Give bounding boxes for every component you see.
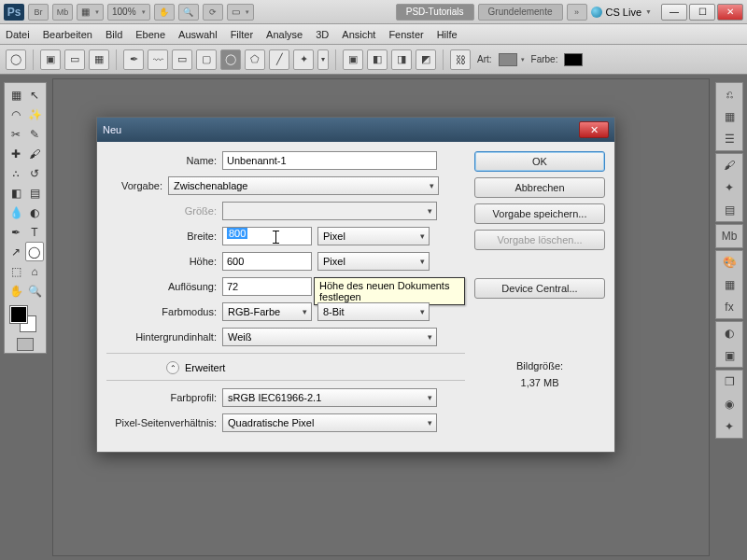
actions-panel-icon[interactable]: ▦ (721, 108, 738, 125)
dialog-close-icon[interactable]: ✕ (579, 121, 609, 138)
polygon-shape-icon[interactable]: ⬠ (245, 49, 265, 70)
workspace-tab-2[interactable]: Grundelemente (478, 4, 563, 21)
pen-icon[interactable]: ✒ (123, 49, 144, 70)
masks-panel-icon[interactable]: ▣ (721, 347, 738, 364)
fg-color-swatch[interactable] (10, 306, 27, 323)
arrange-dropdown[interactable]: ▦ (77, 4, 104, 21)
tool-preset-icon[interactable]: ◯ (6, 49, 26, 70)
rect-shape-icon[interactable]: ▭ (172, 49, 192, 70)
heal-tool-icon[interactable]: ✚ (7, 144, 25, 163)
zoom-tool-icon[interactable]: 🔍 (25, 281, 44, 301)
menu-bearbeiten[interactable]: Bearbeiten (43, 29, 92, 40)
history-brush-icon[interactable]: ↺ (25, 163, 44, 183)
styles-panel-icon[interactable]: fx (721, 299, 738, 315)
link-icon[interactable]: ⛓ (450, 49, 471, 70)
path-op4-icon[interactable]: ◩ (416, 49, 436, 70)
path-op2-icon[interactable]: ◧ (367, 49, 388, 70)
menu-3d[interactable]: 3D (316, 29, 329, 40)
color-swatch[interactable] (564, 53, 583, 66)
menu-fenster[interactable]: Fenster (388, 29, 423, 40)
breite-unit-select[interactable]: Pixel (317, 227, 430, 245)
zoom-dropdown[interactable]: 100% (107, 4, 150, 21)
dodge-tool-icon[interactable]: ◐ (25, 203, 44, 222)
screen-mode-dropdown[interactable]: ▭ (227, 4, 254, 21)
3d-camera-icon[interactable]: ⌂ (25, 261, 44, 281)
3d-tool-icon[interactable]: ⬚ (7, 261, 25, 281)
channels-panel-icon[interactable]: ◉ (721, 396, 738, 413)
abbrechen-button[interactable]: Abbrechen (474, 177, 605, 198)
hand-tool-icon[interactable]: ✋ (7, 281, 25, 301)
brush-presets-icon[interactable]: ▤ (721, 202, 738, 218)
pixelsv-select[interactable]: Quadratische Pixel (222, 413, 437, 432)
blur-tool-icon[interactable]: 💧 (7, 203, 25, 222)
vorgabe-select[interactable]: Zwischenablage (168, 176, 439, 195)
paths-icon[interactable]: ▭ (64, 49, 85, 70)
custom-shape-icon[interactable]: ✦ (293, 49, 314, 70)
hand-icon[interactable]: ✋ (154, 4, 175, 21)
shape-layers-icon[interactable]: ▣ (40, 49, 61, 70)
gradient-tool-icon[interactable]: ▤ (25, 183, 44, 203)
move-tool-icon[interactable]: ▦ (7, 85, 25, 105)
roundrect-shape-icon[interactable]: ▢ (196, 49, 217, 70)
window-maximize-icon[interactable]: ☐ (689, 4, 715, 21)
brush-panel-icon[interactable]: 🖌 (721, 157, 738, 174)
ellipse-tool-icon[interactable]: ◯ (25, 242, 44, 261)
workspace-tab-active[interactable]: PSD-Tutorials (396, 4, 474, 21)
menu-datei[interactable]: Datei (6, 29, 30, 40)
name-input[interactable] (222, 151, 437, 170)
dialog-titlebar[interactable]: Neu ✕ (97, 118, 614, 142)
menu-ebene[interactable]: Ebene (135, 29, 165, 40)
eraser-tool-icon[interactable]: ◧ (7, 183, 25, 203)
path-op1-icon[interactable]: ▣ (343, 49, 363, 70)
menu-auswahl[interactable]: Auswahl (178, 29, 218, 40)
zoom-icon[interactable]: 🔍 (178, 4, 199, 21)
vorgabe-speichern-button[interactable]: Vorgabe speichern... (474, 203, 605, 224)
menu-ansicht[interactable]: Ansicht (342, 29, 375, 40)
crop-tool-icon[interactable]: ✂ (7, 124, 25, 144)
swatches-panel-icon[interactable]: ▦ (721, 276, 738, 293)
farbmodus-select[interactable]: RGB-Farbe (222, 302, 312, 321)
bittiefe-select[interactable]: 8-Bit (317, 302, 430, 321)
breite-input[interactable]: 800 (222, 227, 312, 245)
paths-panel-icon[interactable]: ✦ (721, 418, 738, 435)
style-swatch[interactable] (499, 53, 517, 66)
adjustments-panel-icon[interactable]: ◐ (721, 325, 738, 342)
color-swatches[interactable] (7, 304, 44, 334)
ok-button[interactable]: OK (474, 151, 605, 172)
freeform-pen-icon[interactable]: 〰 (148, 49, 168, 70)
fill-pixels-icon[interactable]: ▦ (89, 49, 109, 70)
rotate-icon[interactable]: ⟳ (203, 4, 223, 21)
hoehe-unit-select[interactable]: Pixel (317, 252, 430, 271)
clone-panel-icon[interactable]: ✦ (721, 179, 738, 196)
marquee-tool-icon[interactable]: ↖ (25, 85, 44, 105)
ellipse-shape-icon[interactable]: ◯ (220, 49, 241, 70)
menu-hilfe[interactable]: Hilfe (437, 29, 458, 40)
hintergrund-select[interactable]: Weiß (222, 328, 437, 346)
menu-filter[interactable]: Filter (231, 29, 253, 40)
menu-analyse[interactable]: Analyse (266, 29, 303, 40)
mb-panel-icon[interactable]: Mb (721, 228, 738, 245)
farbprofil-select[interactable]: sRGB IEC61966-2.1 (222, 388, 437, 407)
lasso-tool-icon[interactable]: ◠ (7, 105, 25, 124)
color-panel-icon[interactable]: 🎨 (721, 254, 738, 271)
hoehe-input[interactable] (222, 252, 312, 271)
path-op3-icon[interactable]: ◨ (391, 49, 412, 70)
standard-mode-icon[interactable] (17, 338, 34, 351)
wand-tool-icon[interactable]: ✨ (25, 105, 44, 124)
pen-tool-icon[interactable]: ✒ (7, 222, 25, 242)
stamp-tool-icon[interactable]: ⛬ (7, 163, 25, 183)
eyedropper-tool-icon[interactable]: ✎ (25, 124, 44, 144)
type-tool-icon[interactable]: T (25, 222, 44, 242)
window-close-icon[interactable]: ✕ (717, 4, 743, 21)
layers-panel-icon[interactable]: ❐ (721, 373, 738, 390)
aufloesung-input[interactable] (222, 277, 312, 296)
erweitert-toggle-icon[interactable]: ⌃ (166, 361, 179, 374)
minibridge-icon[interactable]: Mb (52, 4, 73, 21)
device-central-button[interactable]: Device Central... (474, 278, 605, 299)
bridge-icon[interactable]: Br (28, 4, 49, 21)
line-shape-icon[interactable]: ╱ (269, 49, 289, 70)
history-panel-icon[interactable]: ⎌ (721, 86, 738, 103)
cs-live[interactable]: CS Live ▼ (591, 7, 652, 18)
presets-panel-icon[interactable]: ☰ (721, 131, 738, 147)
more-workspaces-icon[interactable]: » (567, 4, 587, 21)
